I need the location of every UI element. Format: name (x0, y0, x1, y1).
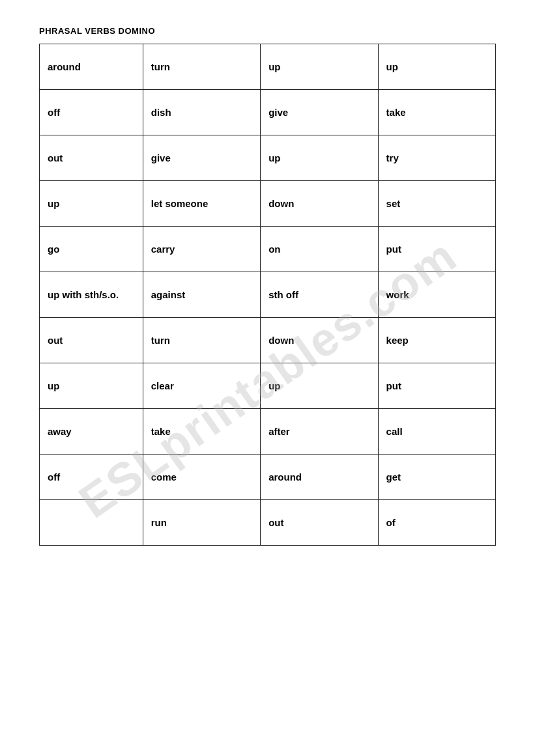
table-cell-r7-c3: put (378, 363, 495, 409)
domino-table: aroundturnupupoffdishgivetakeoutgiveuptr… (39, 44, 496, 546)
table-cell-r1-c1: dish (143, 90, 260, 135)
table-cell-r10-c0 (40, 500, 143, 546)
table-cell-r0-c0: around (40, 44, 143, 90)
table-cell-r10-c3: of (378, 500, 495, 546)
table-cell-r3-c1: let someone (143, 181, 260, 227)
table-cell-r9-c0: off (40, 455, 143, 500)
table-cell-r1-c0: off (40, 90, 143, 135)
table-cell-r6-c0: out (40, 318, 143, 363)
table-cell-r10-c2: out (261, 500, 378, 546)
table-cell-r6-c1: turn (143, 318, 260, 363)
table-cell-r8-c1: take (143, 409, 260, 455)
table-cell-r4-c1: carry (143, 227, 260, 272)
table-cell-r5-c0: up with sth/s.o. (40, 272, 143, 318)
table-cell-r1-c2: give (261, 90, 378, 135)
table-cell-r0-c1: turn (143, 44, 260, 90)
table-cell-r0-c3: up (378, 44, 495, 90)
table-cell-r3-c2: down (261, 181, 378, 227)
table-cell-r4-c0: go (40, 227, 143, 272)
table-cell-r8-c2: after (261, 409, 378, 455)
table-cell-r7-c0: up (40, 363, 143, 409)
table-cell-r2-c1: give (143, 135, 260, 181)
table-cell-r8-c3: call (378, 409, 495, 455)
table-cell-r2-c0: out (40, 135, 143, 181)
table-cell-r7-c1: clear (143, 363, 260, 409)
table-cell-r5-c2: sth off (261, 272, 378, 318)
table-cell-r10-c1: run (143, 500, 260, 546)
table-cell-r1-c3: take (378, 90, 495, 135)
table-cell-r5-c1: against (143, 272, 260, 318)
table-cell-r9-c3: get (378, 455, 495, 500)
table-cell-r5-c3: work (378, 272, 495, 318)
table-cell-r2-c3: try (378, 135, 495, 181)
table-cell-r3-c3: set (378, 181, 495, 227)
table-cell-r9-c2: around (261, 455, 378, 500)
table-cell-r3-c0: up (40, 181, 143, 227)
table-cell-r0-c2: up (261, 44, 378, 90)
table-cell-r2-c2: up (261, 135, 378, 181)
table-cell-r4-c2: on (261, 227, 378, 272)
table-cell-r9-c1: come (143, 455, 260, 500)
table-cell-r4-c3: put (378, 227, 495, 272)
table-cell-r6-c2: down (261, 318, 378, 363)
table-cell-r6-c3: keep (378, 318, 495, 363)
page-title: PHRASAL VERBS DOMINO (39, 26, 496, 36)
table-cell-r7-c2: up (261, 363, 378, 409)
table-cell-r8-c0: away (40, 409, 143, 455)
